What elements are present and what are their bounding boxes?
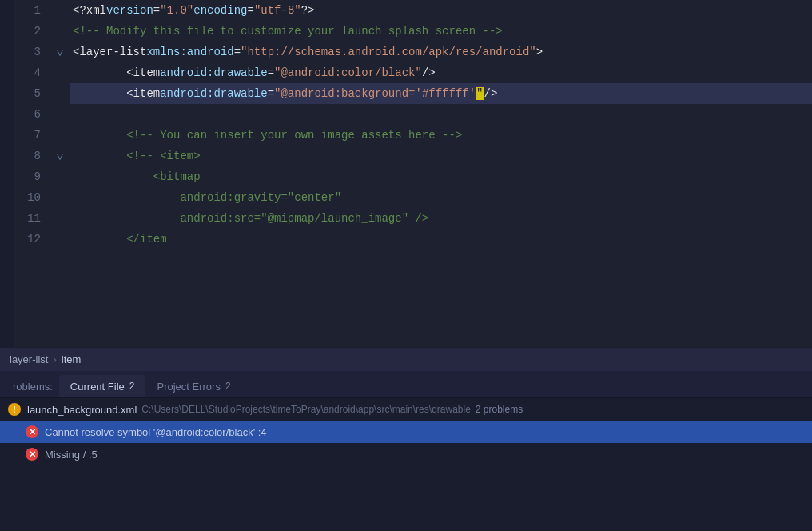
gutter-fold-8[interactable]: ▽ (50, 146, 70, 166)
error-text-2: Missing / :5 (45, 449, 98, 461)
code-content[interactable]: <?xml version = "1.0" encoding = "utf-8"… (70, 0, 812, 347)
code-line-6 (70, 104, 812, 125)
bottom-panel: roblems: Current File 2 Project Errors 2… (0, 371, 812, 531)
gutter-12 (50, 229, 70, 250)
code-token: <item (73, 87, 160, 100)
code-token-highlight: " (476, 87, 484, 100)
file-problem-count: 2 problems (476, 404, 523, 415)
error-row-2[interactable]: ✕ Missing / :5 (0, 443, 812, 465)
line-num-2: 2 (34, 21, 41, 42)
code-line-12: </item (70, 229, 812, 250)
sidebar-bookmark-5 (0, 85, 14, 106)
panel-label: roblems: (6, 375, 59, 397)
error-text-1: Cannot resolve symbol '@android:color/bl… (45, 426, 267, 438)
gutter-2 (50, 21, 70, 42)
warning-circle: ! (8, 403, 21, 416)
sidebar-bookmark-8 (0, 147, 14, 168)
error-icon-2: ✕ (26, 448, 38, 461)
code-token: android:gravity="center" (73, 191, 341, 204)
line-num-4: 4 (34, 62, 41, 83)
file-path: C:\Users\DELL\StudioProjects\timeToPray\… (141, 404, 471, 415)
error-row-1[interactable]: ✕ Cannot resolve symbol '@android:color/… (0, 421, 812, 443)
code-token: "1.0" (160, 4, 193, 17)
sidebar-bookmark-11 (0, 210, 14, 230)
code-token: <?xml (73, 4, 106, 17)
code-token: "@android:color/black" (274, 66, 422, 79)
sidebar-bookmark-1 (0, 2, 14, 22)
code-line-10: android:gravity="center" (70, 187, 812, 208)
sidebar-bookmark-12 (0, 230, 14, 251)
code-token: /> (484, 87, 498, 100)
line-num-1: 1 (34, 0, 41, 21)
code-line-8: <!-- <item> (70, 146, 812, 166)
line-num-3: 3 (34, 42, 41, 62)
code-line-9: <bitmap (70, 166, 812, 187)
line-num-8: 8 (34, 146, 41, 166)
code-token: <!-- Modify this file to customize your … (73, 25, 503, 38)
code-token: xmlns:android (146, 46, 233, 58)
code-line-2: <!-- Modify this file to customize your … (70, 21, 812, 42)
code-token: <layer-list (73, 46, 146, 58)
error-circle-1: ✕ (26, 425, 38, 438)
code-line-11: android:src="@mipmap/launch_image" /> (70, 208, 812, 229)
code-token: android:src="@mipmap/launch_image" /> (73, 212, 428, 225)
code-token: encoding (193, 4, 247, 17)
code-token: ?> (301, 4, 315, 17)
sidebar-bookmark-4 (0, 64, 14, 85)
gutter-4 (50, 62, 70, 83)
sidebar-bookmark-2 (0, 22, 14, 43)
sidebar-bookmark-3 (0, 43, 14, 64)
code-token: = (268, 87, 274, 100)
code-token: version (106, 4, 153, 17)
tab-current-file[interactable]: Current File 2 (59, 375, 146, 397)
code-token: = (234, 46, 241, 58)
line-num-10: 10 (27, 187, 41, 208)
code-token: <!-- <item> (73, 150, 201, 162)
code-token: = (153, 4, 160, 17)
gutter: ▽ ▽ (50, 0, 70, 347)
breadcrumb-item[interactable]: item (62, 353, 82, 365)
code-token: > (536, 46, 543, 58)
gutter-5 (50, 83, 70, 104)
panel-content: ! launch_background.xml C:\Users\DELL\St… (0, 398, 812, 531)
code-token: /> (422, 66, 436, 79)
error-icon-1: ✕ (26, 425, 38, 438)
breadcrumb-separator: › (53, 353, 56, 365)
code-line-3: <layer-list xmlns:android = "http://sche… (70, 42, 812, 62)
panel-file-row[interactable]: ! launch_background.xml C:\Users\DELL\St… (0, 398, 812, 421)
code-token: "http://schemas.android.com/apk/res/andr… (241, 46, 536, 58)
error-circle-2: ✕ (26, 448, 38, 461)
code-token: android:drawable (160, 87, 267, 100)
line-num-12: 12 (27, 229, 41, 250)
panel-tabs: roblems: Current File 2 Project Errors 2 (0, 371, 812, 398)
gutter-7 (50, 125, 70, 146)
line-num-11: 11 (27, 208, 41, 229)
code-line-7: <!-- You can insert your own image asset… (70, 125, 812, 146)
gutter-fold-3[interactable]: ▽ (50, 42, 70, 62)
line-num-7: 7 (34, 125, 41, 146)
code-token: <item (73, 66, 160, 79)
gutter-11 (50, 208, 70, 229)
tab-project-errors[interactable]: Project Errors 2 (145, 375, 241, 397)
gutter-1 (50, 0, 70, 21)
code-token: <bitmap (73, 170, 201, 183)
sidebar-bookmark-7 (0, 126, 14, 147)
sidebar-bookmark-10 (0, 189, 14, 210)
code-line-1: <?xml version = "1.0" encoding = "utf-8"… (70, 0, 812, 21)
sidebar-bookmark-9 (0, 168, 14, 189)
gutter-6 (50, 104, 70, 125)
code-token: = (268, 66, 274, 79)
breadcrumb-layer-list[interactable]: layer-list (10, 353, 48, 365)
code-line-4: <item android:drawable = "@android:color… (70, 62, 812, 83)
left-sidebar (0, 0, 14, 347)
code-token: <!-- You can insert your own image asset… (73, 129, 462, 142)
line-num-9: 9 (34, 166, 41, 187)
code-token: </item (73, 233, 167, 246)
breadcrumb-bar: layer-list › item (0, 347, 812, 371)
file-warning-icon: ! (6, 401, 22, 417)
line-numbers: 1 2 3 4 5 6 7 8 9 10 11 12 (14, 0, 50, 347)
code-token: = (247, 4, 253, 17)
file-name: launch_background.xml (27, 404, 137, 416)
editor-area: 1 2 3 4 5 6 7 8 9 10 11 12 ▽ ▽ <?xml (0, 0, 812, 347)
code-line-5: <item android:drawable = "@android:backg… (70, 83, 812, 104)
